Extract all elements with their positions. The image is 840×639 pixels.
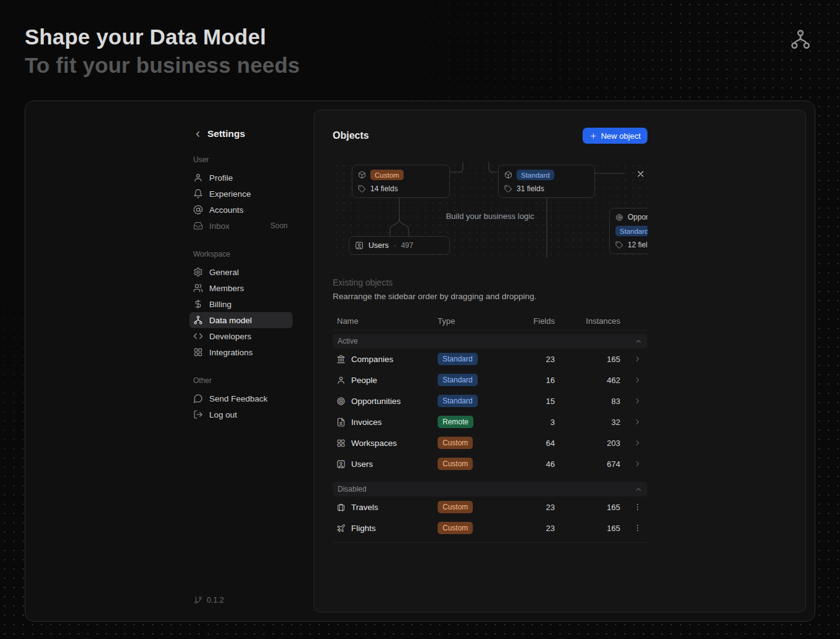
sidebar-item-billing[interactable]: Billing [189,296,293,312]
sidebar-item-label: Developers [209,332,251,341]
table-row-companies[interactable]: CompaniesStandard23165 [333,348,647,369]
table-row-workspaces[interactable]: WorkspacesCustom64203 [333,432,647,453]
group-label: Disabled [338,485,367,493]
file-icon [336,418,346,427]
sidebar-item-label: Inbox [209,221,230,231]
page-title: Shape your Data Model [25,25,266,49]
message-icon [193,394,203,403]
group-header-disabled[interactable]: Disabled [333,482,647,497]
table-row-users[interactable]: UsersCustom46674 [333,453,647,474]
users-icon [193,283,203,293]
grid-icon [336,439,346,448]
chevron-right-icon[interactable] [633,418,642,426]
chevron-right-icon[interactable] [633,439,642,447]
sidebar-item-members[interactable]: Members [189,280,293,296]
object-name: Travels [351,503,438,512]
object-name: Companies [351,355,438,364]
grid-icon [193,347,203,357]
business-logic-banner: Custom 14 fields Standard 31 fields [333,162,647,258]
tag-icon [615,241,623,249]
code-icon [193,331,203,341]
close-banner-button[interactable] [636,169,646,179]
object-name: Invoices [351,418,438,427]
sidebar-item-send-feedback[interactable]: Send Feedback [189,390,293,406]
instances-count: 203 [555,439,620,448]
table-row-travels[interactable]: TravelsCustom23165 [333,497,647,517]
table-bottom-divider [333,542,647,543]
sidebar-item-experience[interactable]: Experience [189,186,293,202]
dollar-icon [193,299,203,309]
building-icon [336,355,346,364]
instances-count: 165 [555,524,620,533]
sidebar-item-data-model[interactable]: Data model [189,312,293,328]
instances-count: 83 [555,397,620,406]
chevron-right-icon[interactable] [633,376,642,384]
bell-icon [193,189,203,199]
diagram-node-custom: Custom 14 fields [352,165,450,198]
instances-count: 674 [555,460,620,469]
target-icon [336,397,346,406]
chevron-left-icon [193,130,202,139]
instances-count: 462 [555,376,620,385]
banner-caption: Build your business logic [333,212,647,221]
type-badge: Standard [438,353,478,365]
settings-sidebar: Settings UserProfileExperienceAccountsIn… [193,128,320,423]
object-name: Workspaces [351,439,438,448]
user-icon [336,376,346,385]
sidebar-item-integrations[interactable]: Integrations [189,344,293,360]
sidebar-item-inbox[interactable]: InboxSoon [189,218,293,234]
sidebar-item-developers[interactable]: Developers [189,328,293,344]
fields-label: 31 fields [517,184,544,193]
chevron-right-icon[interactable] [633,355,642,363]
sidebar-section-workspace: WorkspaceGeneralMembersBillingData model… [193,250,320,360]
chevron-right-icon[interactable] [633,460,642,468]
diagram-node-users: Users · 497 [349,236,450,255]
inbox-icon [193,221,203,231]
chevron-right-icon[interactable] [633,397,642,405]
sidebar-item-general[interactable]: General [189,264,293,280]
object-name: Users [368,241,389,250]
plus-icon [589,132,597,140]
fields-label: 14 fields [370,184,398,193]
settings-back-button[interactable]: Settings [193,128,320,139]
type-badge: Custom [370,170,404,180]
dot-separator: · [394,241,396,250]
fields-count: 46 [512,460,555,469]
user-square-icon [355,241,364,250]
tag-icon [358,185,366,193]
existing-objects-subtitle: Rearrange the sidebar order by dragging … [333,292,647,301]
object-name: Opportunities [351,397,438,406]
data-model-icon [789,28,812,51]
object-name: Flights [351,524,438,533]
sidebar-item-label: Log out [209,410,237,419]
sidebar-section-other: OtherSend FeedbackLog out [193,376,320,423]
type-badge: Custom [438,437,473,449]
column-header-instances: Instances [555,316,620,326]
chevron-up-icon[interactable] [634,485,642,493]
plane-icon [336,524,346,533]
chevron-up-icon[interactable] [634,337,642,345]
table-row-opportunities[interactable]: OpportunitiesStandard1583 [333,390,647,411]
fields-count: 16 [512,376,555,385]
table-row-flights[interactable]: FlightsCustom23165 [333,517,647,538]
at-sign-icon [193,205,203,215]
sidebar-item-label: Profile [209,173,233,183]
table-row-people[interactable]: PeopleStandard16462 [333,369,647,390]
kebab-menu-icon[interactable] [633,503,642,511]
sidebar-item-label: Integrations [209,348,253,357]
kebab-menu-icon[interactable] [633,524,642,532]
new-object-button[interactable]: New object [583,128,647,144]
column-header-name: Name [333,316,438,326]
sidebar-item-label: Experience [209,189,251,199]
sidebar-item-label: Accounts [209,205,244,215]
type-badge: Remote [438,416,473,428]
table-row-invoices[interactable]: InvoicesRemote332 [333,411,647,432]
sidebar-item-accounts[interactable]: Accounts [189,202,293,218]
fields-count: 3 [512,418,555,427]
group-header-active[interactable]: Active [333,334,647,348]
type-badge: Standard [517,170,554,180]
fields-count: 15 [512,397,555,406]
sidebar-item-log-out[interactable]: Log out [189,406,293,423]
fields-label: 12 fields [628,241,647,249]
sidebar-item-profile[interactable]: Profile [189,170,293,186]
